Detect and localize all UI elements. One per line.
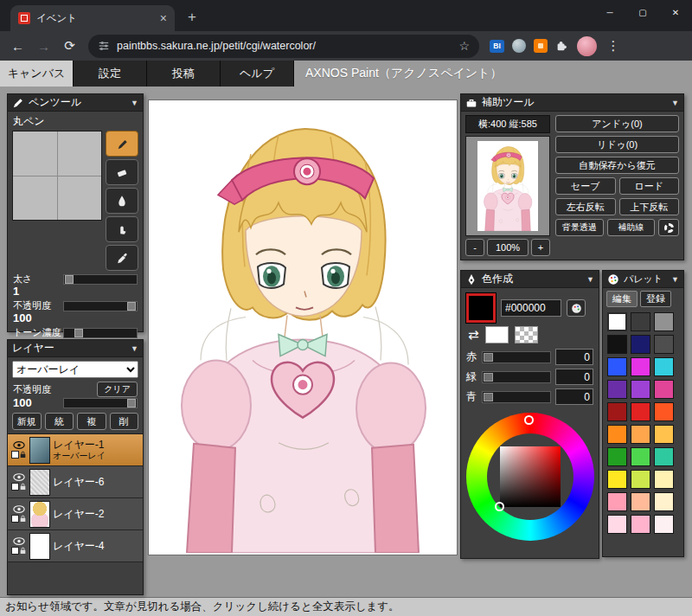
- palette-swatch[interactable]: [631, 470, 650, 489]
- collapse-triangle-icon[interactable]: ▼: [131, 99, 138, 107]
- background-transparent-button[interactable]: 背景透過: [555, 219, 604, 236]
- redo-button[interactable]: リドゥ(0): [555, 136, 679, 153]
- url-text[interactable]: paintbbs.sakura.ne.jp/petit/cgi/watercol…: [117, 40, 452, 52]
- layer-row[interactable]: レイヤー-6: [8, 466, 143, 498]
- palette-swatch[interactable]: [654, 312, 674, 331]
- eraser-tool-button[interactable]: [106, 159, 138, 185]
- layer-row[interactable]: レイヤー-1 オーバーレイ: [8, 434, 143, 466]
- color-panel-header[interactable]: 色作成 ▼: [461, 271, 599, 288]
- tune-icon[interactable]: [98, 40, 110, 52]
- palette-swatch[interactable]: [607, 357, 627, 376]
- window-close-button[interactable]: ✕: [659, 0, 692, 24]
- profile-avatar[interactable]: [577, 36, 597, 56]
- flip-vertical-button[interactable]: 上下反転: [619, 198, 680, 215]
- palette-swatch[interactable]: [654, 515, 674, 534]
- load-button[interactable]: ロード: [619, 177, 680, 195]
- collapse-triangle-icon[interactable]: ▼: [671, 275, 679, 284]
- collapse-triangle-icon[interactable]: ▼: [586, 275, 594, 284]
- pen-panel-header[interactable]: ペンツール ▼: [8, 94, 143, 112]
- settings-gear-button[interactable]: [658, 219, 679, 236]
- layer-visibility-icon[interactable]: [13, 473, 25, 481]
- palette-swatch[interactable]: [654, 425, 674, 444]
- layer-visibility-icon[interactable]: [13, 505, 25, 513]
- layer-clear-button[interactable]: クリア: [97, 382, 138, 397]
- hex-color-input[interactable]: [501, 299, 561, 317]
- layer-row[interactable]: レイヤー-2: [8, 498, 143, 530]
- palette-swatch[interactable]: [607, 447, 627, 466]
- save-button[interactable]: セーブ: [555, 177, 616, 195]
- red-channel-slider[interactable]: [482, 351, 551, 363]
- layer-row[interactable]: レイヤー-4: [8, 530, 143, 562]
- palette-swatch[interactable]: [607, 380, 627, 399]
- drawing-canvas[interactable]: [149, 100, 457, 555]
- layer-panel-header[interactable]: レイヤー ▼: [8, 340, 143, 357]
- tone-density-slider[interactable]: [63, 328, 138, 338]
- flip-horizontal-button[interactable]: 左右反転: [555, 198, 616, 215]
- saturation-value-square[interactable]: [500, 446, 561, 507]
- palette-swatch[interactable]: [607, 515, 627, 534]
- green-channel-slider[interactable]: [482, 371, 551, 383]
- browser-menu-icon[interactable]: ⋮: [606, 38, 621, 54]
- layer-thumbnail[interactable]: [29, 469, 50, 496]
- green-channel-value[interactable]: [555, 369, 593, 385]
- aux-panel-header[interactable]: 補助ツール ▼: [461, 94, 683, 112]
- circle-extension-icon[interactable]: [512, 39, 526, 53]
- hue-marker[interactable]: [524, 415, 534, 425]
- tab-canvas[interactable]: キャンバス: [0, 61, 74, 87]
- round-pen-tool-button[interactable]: [106, 131, 138, 157]
- palette-swatch[interactable]: [607, 492, 627, 511]
- back-button[interactable]: ←: [6, 35, 29, 58]
- bi-extension-icon[interactable]: BI: [490, 40, 504, 53]
- forward-button[interactable]: →: [32, 35, 55, 58]
- layer-thumbnail[interactable]: [29, 533, 50, 560]
- palette-tab-edit[interactable]: 編集: [606, 291, 638, 307]
- palette-swatch[interactable]: [654, 402, 674, 421]
- layer-lock-checkbox[interactable]: [11, 547, 19, 555]
- eyedropper-tool-button[interactable]: [106, 245, 138, 271]
- add-to-palette-button[interactable]: [567, 299, 586, 317]
- palette-tab-register[interactable]: 登録: [640, 291, 671, 307]
- tab-close-icon[interactable]: ×: [160, 12, 167, 24]
- new-tab-button[interactable]: +: [181, 6, 203, 29]
- palette-swatch[interactable]: [631, 335, 650, 354]
- layer-lock-checkbox[interactable]: [11, 515, 19, 523]
- palette-swatch[interactable]: [654, 380, 674, 399]
- bookmark-star-icon[interactable]: ☆: [458, 39, 470, 53]
- guide-line-button[interactable]: 補助線: [607, 219, 656, 236]
- zoom-out-button[interactable]: -: [465, 239, 484, 256]
- blue-channel-slider[interactable]: [482, 391, 551, 403]
- collapse-triangle-icon[interactable]: ▼: [671, 99, 679, 107]
- blend-mode-select[interactable]: オーバーレイ: [12, 361, 138, 378]
- palette-swatch[interactable]: [607, 312, 627, 331]
- opacity-slider[interactable]: [63, 301, 138, 311]
- palette-swatch[interactable]: [607, 335, 627, 354]
- layer-duplicate-button[interactable]: 複: [77, 413, 106, 430]
- swap-colors-icon[interactable]: ⇄: [468, 327, 479, 343]
- palette-swatch[interactable]: [631, 515, 650, 534]
- palette-swatch[interactable]: [631, 425, 650, 444]
- palette-swatch[interactable]: [631, 492, 650, 511]
- zoom-in-button[interactable]: +: [531, 239, 550, 256]
- blue-channel-value[interactable]: [555, 388, 593, 405]
- restore-autosave-button[interactable]: 自動保存から復元: [555, 157, 679, 174]
- secondary-color-swatch[interactable]: [485, 326, 509, 343]
- smudge-tool-button[interactable]: [106, 216, 138, 242]
- layer-new-button[interactable]: 新規: [12, 413, 42, 430]
- palette-swatch[interactable]: [631, 447, 650, 466]
- extensions-puzzle-icon[interactable]: [555, 40, 567, 52]
- url-bar[interactable]: paintbbs.sakura.ne.jp/petit/cgi/watercol…: [88, 35, 479, 58]
- layer-opacity-slider[interactable]: [63, 398, 138, 408]
- red-channel-value[interactable]: [555, 349, 593, 365]
- layer-visibility-icon[interactable]: [13, 441, 25, 449]
- orange-extension-icon[interactable]: [534, 39, 548, 53]
- color-wheel[interactable]: [466, 413, 594, 541]
- sv-marker[interactable]: [495, 502, 504, 511]
- palette-swatch[interactable]: [607, 425, 627, 444]
- palette-panel-header[interactable]: パレット ▼: [603, 271, 683, 288]
- tab-settings[interactable]: 設定: [74, 61, 147, 87]
- undo-button[interactable]: アンドゥ(0): [555, 115, 679, 132]
- maximize-button[interactable]: ▢: [626, 0, 659, 24]
- palette-swatch[interactable]: [631, 402, 650, 421]
- layer-thumbnail[interactable]: [29, 501, 50, 528]
- browser-tab[interactable]: イベント ×: [10, 5, 175, 31]
